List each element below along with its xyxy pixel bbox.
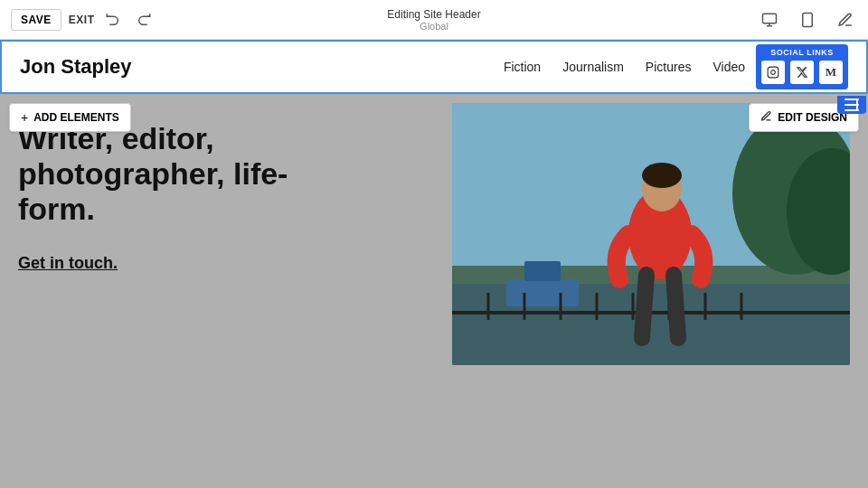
undo-button[interactable]: [101, 8, 125, 32]
save-button[interactable]: SAVE: [11, 9, 61, 31]
svg-rect-16: [506, 279, 579, 306]
undo-redo-group: [101, 8, 156, 32]
pen-tool-button[interactable]: [834, 8, 857, 32]
medium-icon-button[interactable]: M: [819, 61, 843, 84]
nav-fiction[interactable]: Fiction: [504, 60, 541, 74]
add-elements-label: ADD ELEMENTS: [33, 111, 119, 124]
mobile-view-button[interactable]: [796, 8, 819, 32]
redo-button[interactable]: [132, 8, 156, 32]
svg-rect-0: [763, 14, 777, 23]
svg-rect-5: [768, 67, 778, 78]
hero-text: Writer, editor, photographer, life-form.…: [18, 121, 362, 273]
svg-rect-17: [524, 261, 561, 281]
svg-rect-10: [856, 99, 858, 111]
global-label: Global: [387, 21, 480, 32]
nav-journalism[interactable]: Journalism: [562, 60, 624, 74]
site-logo: Jon Stapley: [20, 55, 504, 79]
social-links-label: SOCIAL LINKS: [770, 48, 833, 57]
content-area: Writer, editor, photographer, life-form.…: [0, 94, 868, 488]
toolbar-right: [758, 8, 857, 32]
pencil-icon: [760, 110, 772, 125]
reorder-icon-button[interactable]: [837, 96, 866, 114]
hero-cta[interactable]: Get in touch.: [18, 254, 362, 273]
hero-photo: [452, 103, 850, 365]
site-header: Jon Stapley Fiction Journalism Pictures …: [0, 40, 868, 94]
instagram-icon-button[interactable]: [761, 61, 785, 84]
social-icons-row: M: [761, 61, 843, 84]
add-elements-button[interactable]: + ADD ELEMENTS: [9, 103, 131, 132]
edit-design-label: EDIT DESIGN: [778, 111, 847, 124]
nav-pictures[interactable]: Pictures: [646, 60, 692, 74]
plus-icon: +: [21, 110, 28, 125]
toolbar-left: SAVE EXIT: [11, 8, 156, 32]
toolbar: SAVE EXIT Editing Site Header Global: [0, 0, 868, 40]
svg-point-29: [642, 163, 682, 188]
exit-button[interactable]: EXIT: [69, 14, 95, 26]
twitter-icon-button[interactable]: [790, 61, 814, 84]
social-links-panel: SOCIAL LINKS M: [756, 44, 848, 89]
hero-headline: Writer, editor, photographer, life-form.: [18, 121, 362, 227]
desktop-view-button[interactable]: [758, 8, 781, 32]
site-nav: Fiction Journalism Pictures Video: [504, 60, 745, 74]
editing-label: Editing Site Header: [387, 8, 480, 21]
photo-placeholder: [452, 103, 850, 365]
nav-video[interactable]: Video: [712, 60, 745, 74]
toolbar-center: Editing Site Header Global: [387, 8, 480, 32]
